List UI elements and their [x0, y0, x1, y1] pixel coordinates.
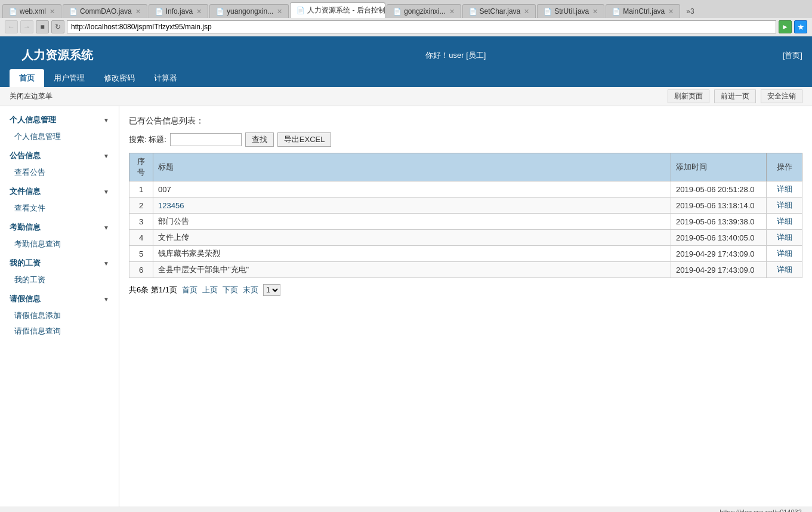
tab-bar: 📄web.xml✕📄CommDAO.java✕📄Info.java✕📄yuang… — [0, 0, 812, 18]
export-button[interactable]: 导出EXCEL — [277, 132, 332, 147]
sidebar-group: 个人信息管理▼个人信息管理 — [0, 111, 119, 144]
bookmark-button[interactable]: ★ — [794, 20, 807, 33]
browser-tab-tab2[interactable]: 📄CommDAO.java✕ — [63, 4, 147, 18]
detail-link[interactable]: 详细 — [777, 201, 792, 209]
sidebar-group-title[interactable]: 考勤信息▼ — [0, 218, 119, 236]
url-input[interactable] — [67, 20, 776, 33]
back-button[interactable]: ← — [5, 20, 18, 33]
table-row: 10072019-05-06 20:51:28.0详细 — [129, 181, 802, 198]
refresh-button[interactable]: ↻ — [51, 20, 64, 33]
first-page-link[interactable]: 首页 — [182, 285, 197, 295]
sidebar-group-label: 文件信息 — [10, 186, 41, 197]
sidebar-item[interactable]: 我的工资 — [0, 272, 119, 288]
tab-close-icon[interactable]: ✕ — [196, 8, 202, 16]
logout-button[interactable]: 安全注销 — [761, 90, 802, 103]
toolbar-right: 刷新页面 前进一页 安全注销 — [668, 90, 802, 103]
browser-tab-tab3[interactable]: 📄Info.java✕ — [149, 4, 208, 18]
nav-item-修改密码[interactable]: 修改密码 — [94, 69, 144, 87]
tab-more[interactable]: »3 — [681, 5, 699, 18]
nav-item-首页[interactable]: 首页 — [10, 69, 44, 87]
sidebar-group-title[interactable]: 公告信息▼ — [0, 147, 119, 165]
detail-link[interactable]: 详细 — [777, 217, 792, 226]
browser-tab-tab1[interactable]: 📄web.xml✕ — [2, 4, 61, 18]
table-header: 序号 标题 添加时间 操作 — [129, 153, 802, 181]
tab-icon: 📄 — [216, 8, 224, 16]
sidebar-group-title[interactable]: 我的工资▼ — [0, 254, 119, 272]
homepage-link[interactable]: [首页] — [783, 50, 802, 61]
detail-link[interactable]: 详细 — [777, 265, 792, 274]
table-body: 10072019-05-06 20:51:28.0详细21234562019-0… — [129, 181, 802, 278]
nav-item-用户管理[interactable]: 用户管理 — [44, 69, 94, 87]
table-row: 3部门公告2019-05-06 13:39:38.0详细 — [129, 214, 802, 230]
sidebar-group: 文件信息▼查看文件 — [0, 183, 119, 216]
header-top: 人力资源系统 你好！user [员工] [首页] — [0, 36, 812, 69]
browser-tab-tab9[interactable]: 📄MainCtrl.java✕ — [606, 4, 680, 18]
chevron-down-icon: ▼ — [103, 296, 109, 303]
sidebar-item[interactable]: 查看文件 — [0, 201, 119, 216]
sidebar-item[interactable]: 请假信息查询 — [0, 323, 119, 339]
tab-icon: 📄 — [469, 8, 477, 16]
tab-close-icon[interactable]: ✕ — [524, 8, 529, 16]
browser-tab-tab8[interactable]: 📄StrUtil.java✕ — [537, 4, 604, 18]
sidebar-item[interactable]: 请假信息添加 — [0, 308, 119, 323]
tab-close-icon[interactable]: ✕ — [135, 8, 141, 16]
status-url: https://blog.csc.net/u014032... — [720, 508, 807, 512]
go-button[interactable]: ► — [779, 20, 792, 33]
stop-button[interactable]: ■ — [36, 20, 49, 33]
close-sidebar-button[interactable]: 关闭左边菜单 — [10, 91, 53, 101]
sidebar-group-title[interactable]: 个人信息管理▼ — [0, 111, 119, 129]
search-button[interactable]: 查找 — [245, 132, 274, 147]
next-page-link[interactable]: 下页 — [223, 285, 238, 295]
browser-tab-tab7[interactable]: 📄SetChar.java✕ — [462, 4, 536, 18]
tab-label: StrUtil.java — [554, 7, 589, 16]
page-select[interactable]: 1 — [263, 284, 280, 296]
sidebar-item[interactable]: 考勤信息查询 — [0, 236, 119, 252]
refresh-page-button[interactable]: 刷新页面 — [668, 90, 709, 103]
nav-menu: 首页用户管理修改密码计算器 — [0, 69, 812, 87]
browser-tab-tab5[interactable]: 📄人力资源系统 - 后台控制面板✕ — [290, 2, 385, 18]
detail-link[interactable]: 详细 — [777, 233, 792, 242]
tab-label: web.xml — [20, 7, 46, 16]
search-input[interactable] — [170, 133, 242, 146]
cell-seq: 6 — [129, 262, 153, 278]
sidebar-item[interactable]: 个人信息管理 — [0, 129, 119, 144]
announcements-table: 序号 标题 添加时间 操作 10072019-05-06 20:51:28.0详… — [129, 153, 802, 278]
tab-close-icon[interactable]: ✕ — [277, 8, 282, 16]
cell-op[interactable]: 详细 — [767, 181, 802, 198]
table-header-row: 序号 标题 添加时间 操作 — [129, 153, 802, 181]
last-page-link[interactable]: 末页 — [243, 285, 258, 295]
tab-close-icon[interactable]: ✕ — [50, 8, 55, 16]
detail-link[interactable]: 详细 — [777, 184, 792, 193]
col-time: 添加时间 — [671, 153, 767, 181]
browser-tab-tab4[interactable]: 📄yuangongxin...✕ — [209, 4, 289, 18]
sidebar-group-label: 请假信息 — [10, 294, 41, 304]
sidebar-group-label: 我的工资 — [10, 258, 41, 269]
cell-op[interactable]: 详细 — [767, 198, 802, 214]
back-page-button[interactable]: 前进一页 — [714, 90, 756, 103]
detail-link[interactable]: 详细 — [777, 249, 792, 258]
tab-icon: 📄 — [612, 8, 620, 16]
toolbar: 关闭左边菜单 刷新页面 前进一页 安全注销 — [0, 87, 812, 106]
sidebar-group-title[interactable]: 请假信息▼ — [0, 290, 119, 308]
cell-op[interactable]: 详细 — [767, 230, 802, 246]
forward-button[interactable]: → — [20, 20, 33, 33]
sidebar-item[interactable]: 查看公告 — [0, 165, 119, 180]
tab-close-icon[interactable]: ✕ — [449, 8, 455, 16]
prev-page-link[interactable]: 上页 — [202, 285, 218, 295]
section-title: 已有公告信息列表： — [129, 116, 802, 127]
cell-title: 部门公告 — [153, 214, 671, 230]
search-row: 搜索: 标题: 查找 导出EXCEL — [129, 132, 802, 147]
browser-tab-tab6[interactable]: 📄gongzixinxi...✕ — [387, 4, 461, 18]
sidebar-group-label: 个人信息管理 — [10, 115, 56, 125]
pagination: 共6条 第1/1页 首页 上页 下页 末页 1 — [129, 284, 802, 296]
nav-item-计算器[interactable]: 计算器 — [144, 69, 187, 87]
address-bar: ← → ■ ↻ ► ★ — [0, 18, 812, 36]
sidebar-group-title[interactable]: 文件信息▼ — [0, 183, 119, 201]
tab-close-icon[interactable]: ✕ — [668, 8, 674, 16]
tab-close-icon[interactable]: ✕ — [592, 8, 598, 16]
cell-op[interactable]: 详细 — [767, 246, 802, 262]
cell-time: 2019-04-29 17:43:09.0 — [671, 262, 767, 278]
cell-op[interactable]: 详细 — [767, 262, 802, 278]
cell-op[interactable]: 详细 — [767, 214, 802, 230]
cell-time: 2019-05-06 20:51:28.0 — [671, 181, 767, 198]
